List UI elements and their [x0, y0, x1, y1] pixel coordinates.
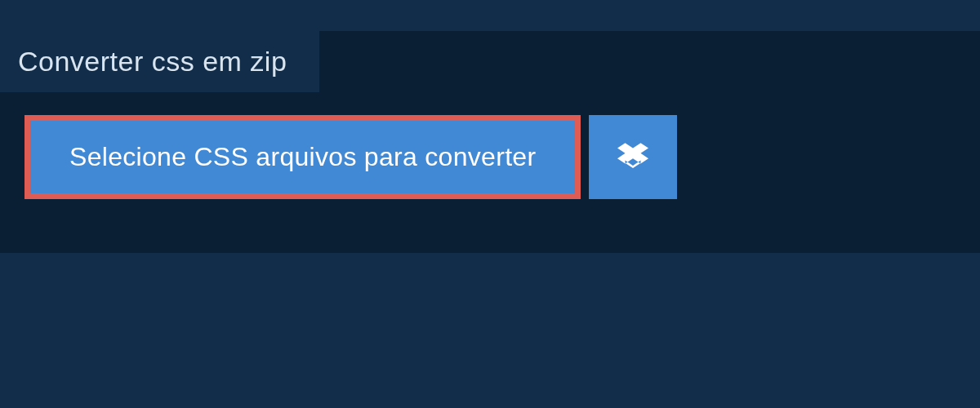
dropbox-button[interactable] — [589, 115, 677, 199]
tab-header[interactable]: Converter css em zip — [0, 31, 319, 92]
select-files-button[interactable]: Selecione CSS arquivos para converter — [24, 115, 581, 199]
top-strip — [0, 0, 980, 31]
button-row: Selecione CSS arquivos para converter — [24, 115, 980, 199]
bottom-strip — [0, 253, 980, 408]
dropbox-icon — [617, 140, 648, 175]
select-files-label: Selecione CSS arquivos para converter — [69, 142, 536, 172]
tab-title: Converter css em zip — [18, 46, 287, 77]
